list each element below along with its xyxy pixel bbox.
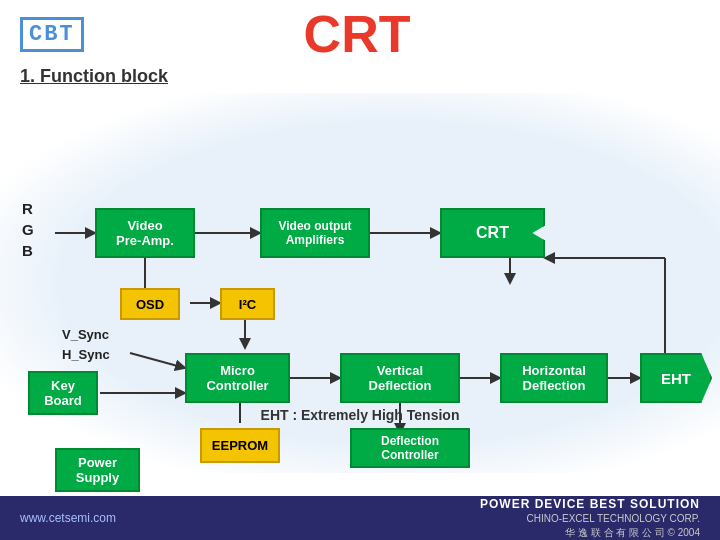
footer-right-info: POWER DEVICE BEST SOLUTION CHINO-EXCEL T… bbox=[480, 496, 700, 540]
crt-block: CRT bbox=[440, 208, 545, 258]
eht-block: EHT bbox=[640, 353, 712, 403]
eht-caption: EHT : Extremely High Tension bbox=[0, 407, 720, 423]
micro-controller-block: Micro Controller bbox=[185, 353, 290, 403]
i2c-block: I²C bbox=[220, 288, 275, 320]
video-preamp-block: Video Pre-Amp. bbox=[95, 208, 195, 258]
footer: www.cetsemi.com POWER DEVICE BEST SOLUTI… bbox=[0, 496, 720, 540]
section-heading: 1. Function block bbox=[20, 66, 700, 87]
osd-block: OSD bbox=[120, 288, 180, 320]
video-output-block: Video output Amplifiers bbox=[260, 208, 370, 258]
logo: CBT bbox=[20, 17, 84, 52]
sync-labels: V_Sync H_Sync bbox=[62, 325, 110, 364]
footer-company1: CHINO-EXCEL TECHNOLOGY CORP. bbox=[480, 512, 700, 526]
horizontal-deflection-block: Horizontal Deflection bbox=[500, 353, 608, 403]
page-title: CRT bbox=[304, 8, 411, 60]
deflection-controller-block: Deflection Controller bbox=[350, 428, 470, 468]
header: CBT CRT bbox=[0, 0, 720, 64]
footer-brand: POWER DEVICE BEST SOLUTION bbox=[480, 496, 700, 513]
diagram-area: RGB Video Pre-Amp. Video output Amplifie… bbox=[0, 93, 720, 473]
rgb-label: RGB bbox=[22, 198, 34, 261]
eeprom-block: EEPROM bbox=[200, 428, 280, 463]
footer-website: www.cetsemi.com bbox=[20, 511, 116, 525]
footer-company2: 华 逸 联 合 有 限 公 司 © 2004 bbox=[480, 526, 700, 540]
vertical-deflection-block: Vertical Deflection bbox=[340, 353, 460, 403]
power-supply-block: Power Supply bbox=[55, 448, 140, 492]
